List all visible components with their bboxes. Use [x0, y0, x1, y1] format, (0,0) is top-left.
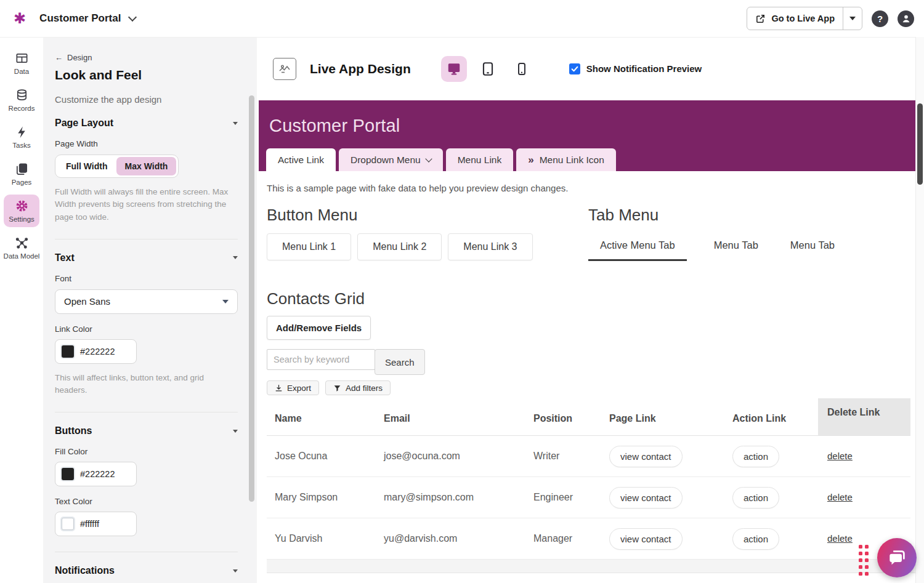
action-button[interactable]: action [732, 446, 779, 467]
page-width-label: Page Width [55, 139, 238, 148]
go-to-live-app-label: Go to Live App [771, 14, 835, 23]
sidebar-item-label: Data [14, 68, 29, 75]
preview-title: Live App Design [310, 62, 411, 76]
delete-link[interactable]: delete [827, 492, 853, 502]
cell-position: Writer [529, 451, 606, 462]
app-switcher-chevron-icon[interactable] [128, 13, 137, 22]
menu-tab[interactable]: Menu Tab [711, 233, 761, 259]
section-text[interactable]: Text [55, 252, 238, 263]
column-header-page-link[interactable]: Page Link [606, 413, 729, 424]
sidebar-item-label: Settings [9, 215, 34, 223]
preview-scrollbar-thumb[interactable] [917, 103, 923, 185]
fill-color-label: Fill Color [55, 447, 238, 456]
preview-scrollbar-track[interactable] [915, 37, 924, 583]
menu-link-2-button[interactable]: Menu Link 2 [357, 233, 442, 260]
add-remove-fields-button[interactable]: Add/Remove Fields [267, 316, 371, 340]
notification-checkbox[interactable] [569, 63, 580, 74]
checkmark-icon [570, 65, 579, 73]
view-contact-button[interactable]: view contact [609, 487, 683, 509]
button-menu-section: Button Menu Menu Link 1 Menu Link 2 Menu… [267, 206, 588, 261]
section-heading: Page Layout [55, 118, 113, 129]
go-to-live-app-button[interactable]: Go to Live App [747, 7, 843, 30]
cell-email: jose@ocuna.com [378, 451, 529, 462]
nav-tab-dropdown-menu[interactable]: Dropdown Menu [339, 148, 443, 171]
sidebar-item-settings[interactable]: Settings [4, 195, 39, 227]
preview-page-body: This is a sample page with fake data to … [259, 183, 916, 573]
nav-tab-label: Active Link [278, 155, 324, 166]
sidebar-item-data[interactable]: Data [4, 47, 39, 79]
view-contact-button[interactable]: view contact [609, 528, 683, 550]
menu-tabs: Active Menu Tab Menu Tab Menu Tab [588, 233, 916, 261]
panel-scrollbar-thumb[interactable] [249, 95, 254, 502]
pages-icon [15, 162, 29, 176]
view-contact-button[interactable]: view contact [609, 446, 683, 467]
cell-name: Yu Darvish [267, 533, 378, 544]
collapse-caret-icon [233, 569, 238, 573]
sidebar-item-label: Data Model [4, 252, 40, 260]
menu-link-1-button[interactable]: Menu Link 1 [267, 233, 351, 260]
delete-link[interactable]: delete [827, 533, 853, 544]
image-preview-icon [273, 58, 296, 80]
export-label: Export [287, 384, 311, 393]
column-header-email[interactable]: Email [378, 413, 529, 424]
collapse-caret-icon [233, 122, 238, 125]
drag-handle-dots[interactable] [859, 545, 869, 576]
menu-tab[interactable]: Menu Tab [788, 233, 837, 259]
external-link-icon [755, 14, 766, 24]
tablet-view-button[interactable] [475, 56, 501, 82]
help-button[interactable]: ? [872, 10, 888, 27]
link-color-input[interactable]: #222222 [55, 339, 137, 364]
full-width-option[interactable]: Full Width [57, 157, 116, 175]
app-logo-asterisk-icon[interactable]: ✱ [14, 11, 26, 26]
export-button[interactable]: Export [267, 380, 319, 395]
account-button[interactable] [898, 10, 914, 27]
font-select[interactable]: Open Sans [55, 289, 238, 314]
device-toggle-group [441, 56, 535, 82]
section-buttons[interactable]: Buttons [55, 425, 238, 436]
tablet-icon [480, 61, 496, 77]
action-button[interactable]: action [732, 528, 779, 550]
fill-color-input[interactable]: #222222 [55, 462, 137, 486]
cell-email: mary@simpson.com [378, 492, 529, 503]
fill-color-value: #222222 [80, 469, 115, 479]
notification-checkbox-label[interactable]: Show Notification Preview [586, 63, 702, 74]
contacts-table: Name Email Position Page Link Action Lin… [267, 402, 910, 560]
phone-view-button[interactable] [509, 56, 535, 82]
section-page-layout[interactable]: Page Layout [55, 118, 238, 129]
button-text-color-input[interactable]: #ffffff [55, 512, 137, 536]
question-mark-icon: ? [877, 14, 883, 24]
menu-link-3-button[interactable]: Menu Link 3 [448, 233, 532, 260]
max-width-option[interactable]: Max Width [116, 157, 177, 175]
back-to-design-link[interactable]: ← Design [55, 53, 238, 62]
search-input[interactable] [267, 349, 375, 370]
app-title[interactable]: Customer Portal [39, 12, 121, 25]
chat-widget-button[interactable] [877, 538, 917, 577]
sidebar-item-records[interactable]: Records [4, 84, 39, 116]
sidebar-item-pages[interactable]: Pages [4, 158, 39, 190]
color-swatch [62, 345, 74, 358]
column-header-position[interactable]: Position [529, 413, 606, 424]
go-to-live-app-dropdown-button[interactable] [843, 7, 862, 30]
gear-icon [15, 199, 29, 213]
lightning-bolt-icon [15, 125, 29, 139]
column-header-action-link[interactable]: Action Link [729, 413, 818, 424]
back-link-label: Design [67, 53, 92, 62]
delete-link[interactable]: delete [827, 451, 853, 461]
sidebar-item-tasks[interactable]: Tasks [4, 121, 39, 153]
nav-tab-menu-link-icon[interactable]: » Menu Link Icon [516, 148, 616, 171]
desktop-view-button[interactable] [441, 56, 467, 82]
nav-tab-active-link[interactable]: Active Link [266, 148, 336, 171]
column-header-name[interactable]: Name [267, 413, 378, 424]
search-button[interactable]: Search [375, 349, 425, 375]
table-row: Jose Ocuna jose@ocuna.com Writer view co… [267, 436, 910, 477]
preview-toolbar: Live App Design Show Notification Previe… [257, 37, 924, 100]
sidebar-item-data-model[interactable]: Data Model [4, 231, 39, 264]
action-button[interactable]: action [732, 487, 779, 509]
active-menu-tab[interactable]: Active Menu Tab [588, 233, 687, 261]
section-notifications[interactable]: Notifications [55, 565, 238, 576]
nav-tab-label: Menu Link [458, 155, 502, 166]
add-filters-button[interactable]: Add filters [325, 380, 391, 395]
column-header-delete-link[interactable]: Delete Link [818, 398, 910, 435]
search-row: Search [267, 349, 916, 375]
nav-tab-menu-link[interactable]: Menu Link [446, 148, 514, 171]
